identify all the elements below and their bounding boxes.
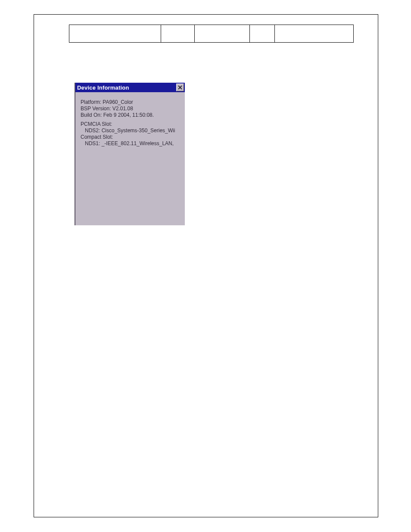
table-cell: [195, 25, 250, 43]
window-title: Device Information: [77, 84, 129, 91]
close-button[interactable]: [176, 84, 184, 91]
nds1-line: NDS1: _-IEEE_802.11_Wireless_LAN,: [81, 140, 181, 147]
bsp-version-line: BSP Version: V2.01.08: [81, 106, 181, 112]
close-icon: [178, 85, 182, 90]
pcmcia-slot-label: PCMCIA Slot:: [81, 121, 181, 128]
table-cell: [275, 25, 354, 43]
platform-line: Platform: PA960_Color: [81, 99, 181, 106]
document-page: Device Information Platform: PA960_Color…: [0, 0, 411, 532]
compact-slot-label: Compact Slot:: [81, 134, 181, 140]
nds2-line: NDS2: Cisco_Systems-350_Series_Wii: [81, 128, 181, 134]
table-cell: [161, 25, 195, 43]
build-on-line: Build On: Feb 9 2004, 11:50:08.: [81, 112, 181, 118]
table-cell: [250, 25, 275, 43]
table-row: [69, 25, 354, 43]
titlebar: Device Information: [75, 83, 185, 92]
header-table: [69, 25, 354, 43]
device-information-window: Device Information Platform: PA960_Color…: [75, 83, 185, 225]
table-cell: [69, 25, 161, 43]
window-body: Platform: PA960_Color BSP Version: V2.01…: [75, 92, 185, 147]
